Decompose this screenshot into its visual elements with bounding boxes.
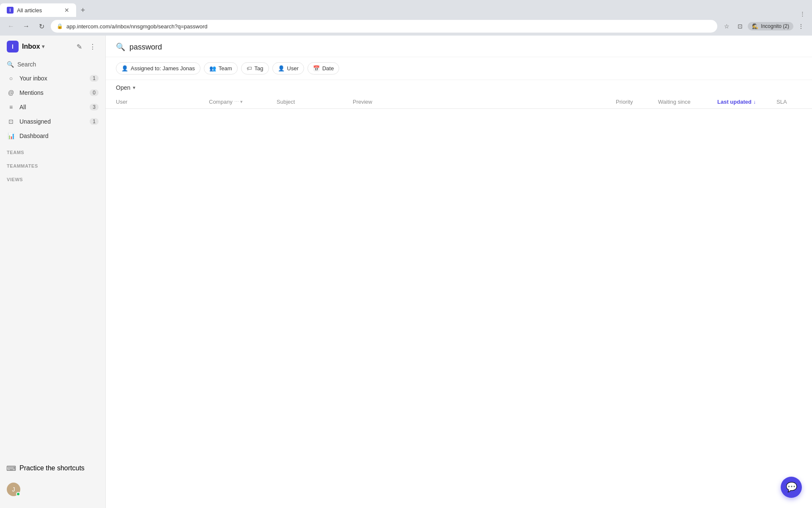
sidebar-item-your-inbox[interactable]: ○ Your inbox 1	[0, 71, 105, 86]
keyboard-icon: ⌨	[7, 464, 15, 472]
status-dropdown[interactable]: Open ▾	[116, 84, 135, 91]
col-header-priority: Priority	[616, 99, 658, 105]
tag-icon: 🏷	[247, 65, 252, 72]
online-dot	[16, 492, 20, 496]
filter-user-label: User	[287, 65, 299, 72]
inbox-icon: ○	[7, 74, 15, 83]
status-chevron-icon: ▾	[133, 85, 135, 91]
table-header: User Company ⋯ ▾ Subject Preview Priorit…	[106, 95, 812, 109]
filter-tag-label: Tag	[255, 65, 263, 72]
all-label: All	[19, 104, 85, 110]
url-bar[interactable]: 🔒 app.intercom.com/a/inbox/nnsgmgob/sear…	[51, 20, 717, 33]
your-inbox-label: Your inbox	[19, 75, 85, 82]
tab-list-icon[interactable]: ⋮	[800, 11, 805, 17]
bookmark-icon[interactable]: ☆	[721, 20, 732, 32]
filter-bar: 👤 Assigned to: James Jonas 👥 Team 🏷 Tag …	[106, 57, 812, 80]
mentions-badge: 0	[90, 89, 99, 96]
tab-bar-right: ⋮	[90, 11, 812, 17]
filter-team-label: Team	[219, 65, 232, 72]
all-icon: ≡	[7, 103, 15, 111]
sidebar-header-icons: ✎ ⋮	[73, 41, 99, 52]
company-expand-icon[interactable]: ⋯ ▾	[234, 99, 243, 105]
sort-arrow-icon: ↓	[753, 99, 756, 105]
chat-button[interactable]: 💬	[781, 477, 802, 498]
back-button[interactable]: ←	[5, 20, 17, 32]
compose-icon[interactable]: ✎	[73, 41, 85, 52]
browser-chrome: I All articles ✕ + ⋮ ← → ↻ 🔒 app.interco…	[0, 0, 812, 36]
forward-button[interactable]: →	[20, 20, 32, 32]
filter-date[interactable]: 📅 Date	[307, 62, 339, 75]
dashboard-icon: 📊	[7, 132, 15, 140]
user-avatar-area[interactable]: J	[0, 478, 105, 501]
col-header-waiting-since: Waiting since	[658, 99, 717, 105]
col-header-user: User	[116, 99, 209, 105]
unassigned-icon: ⊡	[7, 117, 15, 126]
col-header-preview: Preview	[353, 99, 616, 105]
tab-favicon: I	[7, 7, 14, 14]
mentions-icon: @	[7, 88, 15, 97]
active-tab[interactable]: I All articles ✕	[0, 3, 76, 17]
refresh-button[interactable]: ↻	[36, 20, 47, 32]
sidebar-header: I Inbox ▾ ✎ ⋮	[0, 36, 105, 58]
sidebar-footer[interactable]: ⌨ Practice the shortcuts	[0, 459, 105, 478]
app: I Inbox ▾ ✎ ⋮ 🔍 Search ○ Your inbox 1 @ …	[0, 36, 812, 508]
filter-assigned-to[interactable]: 👤 Assigned to: James Jonas	[116, 62, 200, 75]
views-section-header: VIEWS	[0, 170, 105, 184]
app-logo: I	[7, 41, 19, 52]
search-icon: 🔍	[7, 61, 14, 68]
tab-close-button[interactable]: ✕	[64, 7, 69, 14]
tab-title: All articles	[17, 7, 61, 14]
filter-user[interactable]: 👤 User	[272, 62, 304, 75]
search-query-display: password	[129, 43, 162, 52]
address-bar: ← → ↻ 🔒 app.intercom.com/a/inbox/nnsgmgo…	[0, 17, 812, 36]
user-avatar: J	[7, 483, 20, 496]
sidebar-item-mentions[interactable]: @ Mentions 0	[0, 86, 105, 100]
incognito-badge[interactable]: 🕵 Incognito (2)	[748, 22, 793, 30]
filter-date-label: Date	[322, 65, 334, 72]
window-icon[interactable]: ⊡	[734, 20, 746, 32]
sidebar-item-all[interactable]: ≡ All 3	[0, 100, 105, 114]
filter-assigned-label: Assigned to: James Jonas	[131, 65, 195, 72]
sidebar-search-label: Search	[17, 61, 36, 68]
tab-bar: I All articles ✕ + ⋮	[0, 0, 812, 17]
incognito-icon: 🕵	[752, 23, 758, 29]
filter-tag[interactable]: 🏷 Tag	[241, 62, 269, 75]
url-text: app.intercom.com/a/inbox/nnsgmgob/search…	[66, 23, 208, 30]
col-header-subject: Subject	[277, 99, 353, 105]
sidebar-title[interactable]: Inbox ▾	[22, 43, 70, 50]
main-header: 🔍 password	[106, 36, 812, 57]
status-bar: Open ▾	[106, 80, 812, 95]
team-icon: 👥	[209, 65, 216, 72]
all-badge: 3	[90, 104, 99, 110]
dashboard-label: Dashboard	[19, 133, 99, 139]
incognito-label: Incognito (2)	[761, 23, 789, 29]
sidebar-item-dashboard[interactable]: 📊 Dashboard	[0, 129, 105, 143]
status-label: Open	[116, 84, 130, 91]
shortcuts-label: Practice the shortcuts	[19, 464, 85, 472]
teams-section-header: TEAMS	[0, 143, 105, 157]
unassigned-badge: 1	[90, 118, 99, 125]
menu-icon[interactable]: ⋮	[795, 20, 807, 32]
your-inbox-badge: 1	[90, 75, 99, 82]
empty-results-area	[106, 109, 812, 508]
chat-icon: 💬	[786, 482, 797, 493]
main-content: 🔍 password 👤 Assigned to: James Jonas 👥 …	[106, 36, 812, 508]
filter-team[interactable]: 👥 Team	[204, 62, 238, 75]
col-header-sla: SLA	[776, 99, 802, 105]
calendar-icon: 📅	[313, 65, 320, 72]
collapse-icon[interactable]: ⋮	[87, 41, 99, 52]
sidebar: I Inbox ▾ ✎ ⋮ 🔍 Search ○ Your inbox 1 @ …	[0, 36, 106, 508]
search-icon-main: 🔍	[116, 42, 125, 52]
toolbar-icons: ☆ ⊡ 🕵 Incognito (2) ⋮	[721, 20, 807, 32]
lock-icon: 🔒	[57, 23, 63, 29]
sidebar-title-chevron: ▾	[42, 44, 44, 50]
col-header-last-updated[interactable]: Last updated ↓	[717, 99, 776, 105]
new-tab-button[interactable]: +	[76, 3, 90, 17]
col-header-company[interactable]: Company ⋯ ▾	[209, 99, 277, 105]
mentions-label: Mentions	[19, 89, 85, 96]
sidebar-item-unassigned[interactable]: ⊡ Unassigned 1	[0, 114, 105, 129]
sidebar-search[interactable]: 🔍 Search	[0, 58, 105, 71]
user-icon: 👤	[278, 65, 285, 72]
teammates-section-header: TEAMMATES	[0, 157, 105, 170]
unassigned-label: Unassigned	[19, 118, 85, 125]
